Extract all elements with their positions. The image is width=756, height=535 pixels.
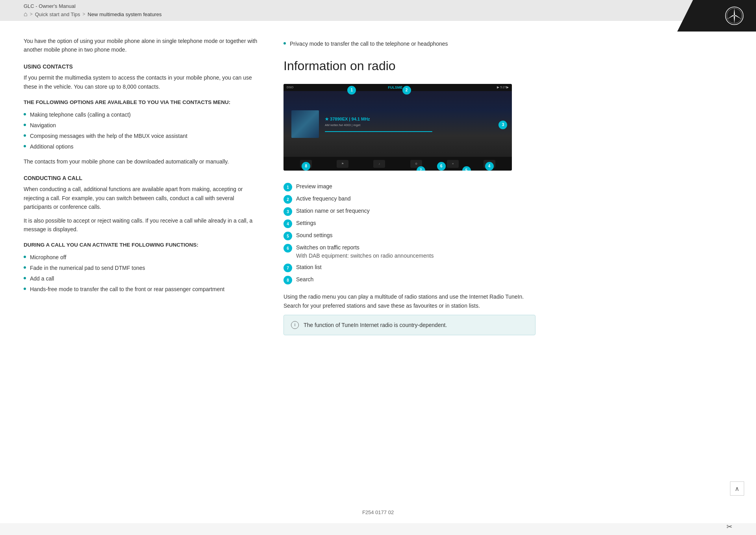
doc-code: F254 0177 02 — [362, 509, 394, 515]
legend-list: 1Preview image2Active frequency band3Sta… — [284, 182, 536, 284]
list-item: Fade in the numerical pad to send DTMF t… — [24, 264, 260, 272]
contacts-menu-heading: THE FOLLOWING OPTIONS ARE AVAILABLE TO Y… — [24, 98, 260, 107]
legend-number-circle: 7 — [284, 264, 292, 272]
list-item: Navigation — [24, 121, 260, 130]
intro-text: You have the option of using your mobile… — [24, 37, 260, 54]
page-header: GLC - Owner's Manual ⌂ > Quick start and… — [0, 0, 756, 21]
bullet-dot — [24, 145, 26, 147]
bullet-dot-privacy — [284, 42, 286, 45]
diagram-annotations: 1 2 3 4 5 6 7 8 — [284, 84, 512, 171]
info-icon: i — [291, 321, 299, 329]
legend-item: 6Switches on traffic reportsWith DAB equ… — [284, 243, 536, 260]
conducting-heading: CONDUCTING A CALL — [24, 174, 260, 182]
mercedes-logo — [724, 6, 744, 26]
legend-number-circle: 3 — [284, 207, 292, 216]
svg-marker-3 — [734, 16, 735, 24]
using-contacts-heading: USING CONTACTS — [24, 62, 260, 71]
using-contacts-text: If you permit the multimedia system to a… — [24, 73, 260, 91]
bullet-dot — [24, 124, 26, 126]
bullet-dot — [24, 277, 26, 279]
annotation-4: 4 — [485, 162, 494, 171]
breadcrumb-sep1: > — [30, 11, 33, 17]
list-item: Additional options — [24, 143, 260, 151]
radio-desc: Using the radio menu you can play a mult… — [284, 292, 536, 310]
breadcrumb: ⌂ > Quick start and Tips > New multimedi… — [24, 11, 732, 18]
legend-subtext: With DAB equipment: switches on radio an… — [296, 252, 434, 260]
info-box-text: The function of TuneIn Internet radio is… — [304, 321, 447, 329]
legend-item: 8Search — [284, 275, 536, 284]
diagram-image: DSO FULSME ▶ 5:27▶ ★ 37890EX | 94.1 MHz … — [284, 84, 512, 171]
legend-number-circle: 2 — [284, 195, 292, 204]
right-intro: Privacy mode to transfer the call to the… — [284, 40, 536, 48]
bottom-right-icon: ✂ — [726, 522, 732, 531]
bullet-dot — [24, 113, 26, 115]
svg-marker-4 — [727, 15, 734, 20]
list-item: Add a call — [24, 275, 260, 283]
legend-number-circle: 5 — [284, 232, 292, 240]
main-content: You have the option of using your mobile… — [0, 21, 756, 520]
legend-item: 1Preview image — [284, 182, 536, 191]
contacts-bullet-list: Making telephone calls (calling a contac… — [24, 111, 260, 151]
legend-number-circle: 1 — [284, 183, 292, 191]
annotation-5: 5 — [462, 166, 471, 171]
list-item: Composing messages with the help of the … — [24, 132, 260, 140]
right-column: Privacy mode to transfer the call to the… — [284, 37, 536, 497]
radio-diagram: DSO FULSME ▶ 5:27▶ ★ 37890EX | 94.1 MHz … — [284, 84, 512, 171]
legend-item: 5Sound settings — [284, 231, 536, 240]
svg-marker-5 — [734, 15, 742, 20]
breadcrumb-current: New multimedia system features — [88, 11, 162, 17]
legend-number-circle: 6 — [284, 244, 292, 253]
legend-number-circle: 4 — [284, 219, 292, 228]
annotation-7: 7 — [417, 166, 425, 171]
conducting-text: When conducting a call, additional funct… — [24, 185, 260, 211]
scroll-up-button[interactable]: ∧ — [730, 481, 744, 496]
legend-item: 7Station list — [284, 263, 536, 272]
during-call-bullet-list: Microphone offFade in the numerical pad … — [24, 253, 260, 294]
conducting-text2: It is also possible to accept or reject … — [24, 216, 260, 234]
bullet-dot — [24, 134, 26, 137]
footer: F254 0177 02 — [0, 502, 756, 523]
legend-item: 2Active frequency band — [284, 195, 536, 204]
bullet-dot — [24, 256, 26, 258]
during-call-heading: DURING A CALL YOU CAN ACTIVATE THE FOLLO… — [24, 241, 260, 249]
annotation-3: 3 — [498, 121, 507, 129]
info-box: i The function of TuneIn Internet radio … — [284, 315, 536, 335]
annotation-8: 8 — [302, 162, 310, 171]
breadcrumb-parent[interactable]: Quick start and Tips — [35, 11, 80, 17]
legend-item: 4Settings — [284, 219, 536, 228]
bullet-dot — [24, 288, 26, 290]
legend-item: 3Station name or set frequency — [284, 207, 536, 216]
legend-number-circle: 8 — [284, 276, 292, 284]
list-item: Hands-free mode to transfer the call to … — [24, 285, 260, 294]
list-item: Making telephone calls (calling a contac… — [24, 111, 260, 119]
svg-marker-2 — [734, 8, 735, 16]
annotation-6: 6 — [437, 162, 446, 171]
radio-section-title: Information on radio — [284, 56, 536, 76]
contacts-download-text: The contacts from your mobile phone can … — [24, 157, 260, 166]
left-column: You have the option of using your mobile… — [24, 37, 260, 497]
annotation-1: 1 — [347, 86, 356, 95]
list-item: Microphone off — [24, 253, 260, 262]
manual-title: GLC - Owner's Manual — [24, 3, 732, 9]
breadcrumb-sep2: > — [83, 11, 85, 17]
bullet-dot — [24, 266, 26, 269]
privacy-bullet: Privacy mode to transfer the call to the… — [284, 40, 536, 48]
annotation-2: 2 — [402, 86, 411, 95]
home-icon[interactable]: ⌂ — [24, 11, 28, 18]
